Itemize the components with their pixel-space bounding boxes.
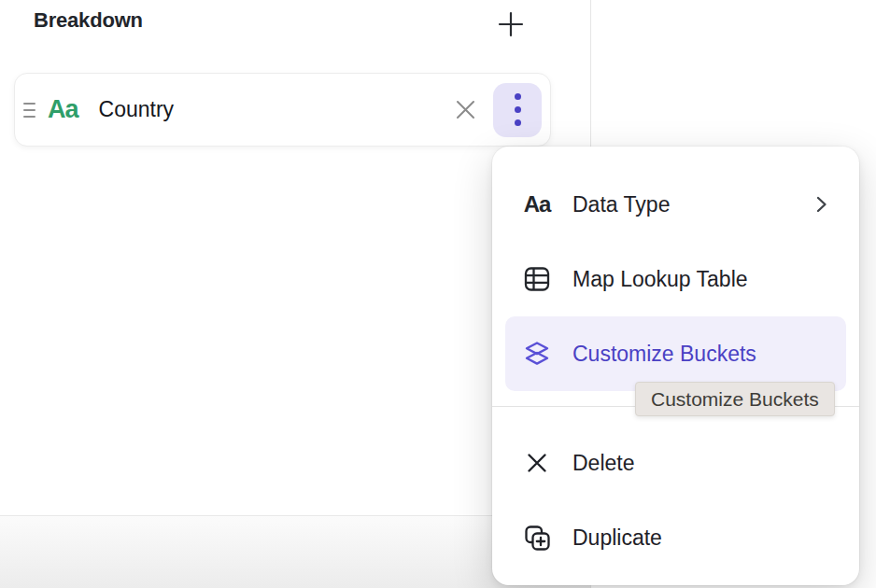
close-icon — [453, 97, 478, 122]
breakdown-field-card[interactable]: Aa Country — [14, 73, 551, 147]
add-breakdown-button[interactable] — [494, 7, 528, 41]
menu-item-label: Delete — [572, 451, 634, 476]
field-options-menu: Aa Data Type Map Lookup Table — [492, 147, 859, 585]
x-icon — [525, 451, 549, 475]
table-icon — [524, 266, 550, 292]
text-type-icon: Aa — [524, 191, 551, 217]
menu-item-delete[interactable]: Delete — [492, 426, 859, 500]
customize-buckets-tooltip: Customize Buckets — [635, 382, 835, 416]
menu-item-label: Customize Buckets — [572, 342, 756, 367]
menu-item-data-type[interactable]: Aa Data Type — [492, 167, 859, 242]
menu-item-label: Duplicate — [572, 525, 662, 551]
copy-plus-icon — [524, 525, 551, 552]
chevron-right-icon — [811, 193, 831, 216]
drag-handle-icon[interactable] — [23, 103, 35, 118]
menu-item-map-lookup-table[interactable]: Map Lookup Table — [492, 242, 859, 316]
layers-icon — [523, 340, 551, 368]
menu-item-label: Data Type — [572, 192, 670, 217]
plus-icon — [497, 10, 525, 38]
menu-item-customize-buckets[interactable]: Customize Buckets — [505, 316, 846, 391]
page-title: Breakdown — [34, 8, 143, 33]
kebab-menu-icon — [515, 93, 521, 100]
remove-field-button[interactable] — [450, 95, 480, 125]
field-label: Country — [99, 97, 175, 122]
breakdown-panel-screen: Breakdown Aa Country Aa Data Type — [0, 0, 876, 588]
menu-item-label: Map Lookup Table — [572, 267, 748, 292]
menu-item-duplicate[interactable]: Duplicate — [492, 500, 859, 575]
text-type-icon: Aa — [48, 95, 78, 124]
field-options-button[interactable] — [493, 83, 542, 137]
